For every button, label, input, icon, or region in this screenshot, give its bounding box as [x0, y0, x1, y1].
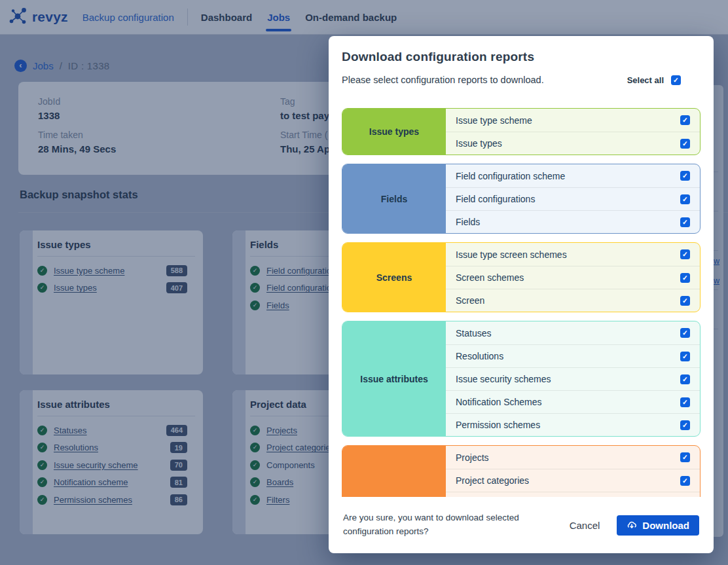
modal-title: Download configuration reports — [342, 50, 701, 64]
report-row[interactable]: Issue security schemes✓ — [446, 367, 700, 390]
report-row-label: Fields — [456, 217, 680, 227]
report-row-label: Issue type screen schemes — [456, 249, 680, 260]
report-checkbox[interactable]: ✓ — [680, 452, 690, 462]
cloud-download-icon — [627, 520, 637, 530]
download-button[interactable]: Download — [617, 515, 699, 536]
report-row-label: Field configuration scheme — [456, 171, 680, 181]
report-row-label: Issue type scheme — [456, 115, 680, 126]
report-row-label: Screen — [456, 295, 680, 306]
report-checkbox[interactable]: ✓ — [680, 352, 690, 361]
report-checkbox[interactable]: ✓ — [680, 296, 690, 306]
report-row-label: Statuses — [456, 328, 680, 338]
select-all-checkbox[interactable]: ✓ — [671, 75, 681, 85]
group-label — [342, 446, 446, 497]
report-checkbox[interactable]: ✓ — [680, 217, 690, 227]
report-checkbox[interactable]: ✓ — [680, 139, 690, 149]
report-checkbox[interactable]: ✓ — [680, 420, 690, 430]
group-label: Issue types — [342, 109, 446, 155]
report-checkbox[interactable]: ✓ — [680, 194, 690, 204]
report-checkbox[interactable]: ✓ — [680, 171, 690, 181]
report-row-label: Field configurations — [456, 194, 680, 204]
report-row-label: Permission schemes — [456, 420, 680, 430]
report-row[interactable]: Resolutions✓ — [446, 344, 700, 367]
report-checkbox[interactable]: ✓ — [680, 328, 690, 338]
report-row-label: Screen schemes — [456, 272, 680, 283]
report-group: FieldsField configuration scheme✓Field c… — [342, 164, 701, 234]
group-label: Issue attributes — [342, 321, 446, 436]
group-label: Fields — [342, 164, 446, 233]
report-row[interactable]: Screen✓ — [446, 289, 700, 312]
report-checkbox[interactable]: ✓ — [680, 115, 690, 125]
select-all-label: Select all — [627, 75, 664, 85]
report-row-label: Notification Schemes — [456, 397, 680, 407]
report-row-label: Project categories — [456, 475, 680, 486]
report-group: ScreensIssue type screen schemes✓Screen … — [342, 242, 701, 312]
report-row[interactable]: Issue type screen schemes✓ — [446, 243, 700, 266]
select-all: Select all ✓ — [627, 75, 681, 85]
report-checkbox[interactable]: ✓ — [680, 397, 690, 407]
report-row-label: Issue types — [456, 138, 680, 149]
download-reports-modal: Download configuration reports Please se… — [329, 36, 714, 553]
report-row[interactable]: Notification Schemes✓ — [446, 390, 700, 413]
report-groups: Issue typesIssue type scheme✓Issue types… — [342, 108, 701, 497]
report-checkbox[interactable]: ✓ — [680, 273, 690, 283]
modal-footer: Are you sure, you want to download selec… — [343, 511, 699, 539]
report-row[interactable]: Screen schemes✓ — [446, 266, 700, 289]
report-row[interactable]: Permission schemes✓ — [446, 413, 700, 436]
report-checkbox[interactable]: ✓ — [680, 476, 690, 486]
report-row[interactable]: Field configuration scheme✓ — [446, 164, 700, 187]
report-row[interactable]: Issue type scheme✓ — [446, 109, 700, 132]
check-icon: ✓ — [673, 77, 679, 84]
report-row[interactable]: Statuses✓ — [446, 321, 700, 344]
download-button-label: Download — [642, 520, 689, 531]
group-label: Screens — [342, 243, 446, 312]
report-row-label: Issue security schemes — [456, 374, 680, 384]
report-row[interactable]: Fields✓ — [446, 210, 700, 233]
confirmation-question: Are you sure, you want to download selec… — [343, 511, 559, 539]
report-row[interactable]: Issue types✓ — [446, 132, 700, 155]
report-row-label: Projects — [456, 452, 680, 463]
report-row[interactable]: Project categories✓ — [446, 469, 700, 492]
report-checkbox[interactable]: ✓ — [680, 374, 690, 384]
report-checkbox[interactable]: ✓ — [680, 249, 690, 259]
cancel-button[interactable]: Cancel — [570, 520, 600, 531]
report-row[interactable]: Projects✓ — [446, 446, 700, 469]
modal-subtitle: Please select configuration reports to d… — [342, 75, 544, 85]
report-row-label: Resolutions — [456, 351, 680, 361]
report-row[interactable]: Field configurations✓ — [446, 187, 700, 210]
report-group: Issue typesIssue type scheme✓Issue types… — [342, 108, 701, 155]
report-row[interactable]: ✓ — [446, 492, 700, 497]
report-group: Issue attributesStatuses✓Resolutions✓Iss… — [342, 321, 701, 437]
report-group: Projects✓Project categories✓✓ — [342, 445, 701, 497]
